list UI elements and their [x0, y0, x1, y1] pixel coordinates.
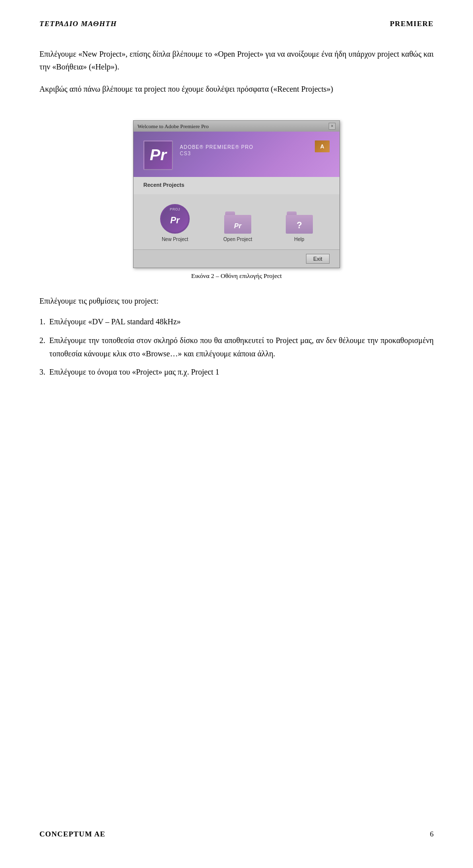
adobe-premiere-window: Welcome to Adobe Premiere Pro × Pr ADOBE… [133, 120, 340, 268]
window-close-button[interactable]: × [329, 123, 336, 130]
step-1: 1. Επιλέγουμε «DV – PAL standard 48kHz» [39, 315, 434, 328]
project-icons-area: PROJ Pr New Project Pr Open [134, 194, 339, 249]
pr-logo-area: Pr ADOBE® PREMIERE® PRO CS3 [143, 140, 253, 170]
intro-paragraph-1: Επιλέγουμε «New Project», επίσης δίπλα β… [39, 48, 434, 73]
help-question-mark: ? [297, 220, 302, 231]
new-project-item[interactable]: PROJ Pr New Project [160, 204, 190, 242]
pr-product-label-version: CS3 [180, 151, 253, 156]
window-titlebar: Welcome to Adobe Premiere Pro × [134, 121, 339, 132]
help-folder-icon: ? [286, 211, 313, 234]
open-project-item[interactable]: Pr Open Project [223, 211, 252, 242]
intro-paragraph-2: Ακριβώς από πάνω βλέπουμε τα project που… [39, 83, 434, 96]
adobe-logo-symbol: A [320, 143, 324, 149]
close-icon: × [331, 123, 334, 129]
window-title-text: Welcome to Adobe Premiere Pro [137, 123, 209, 129]
exit-button[interactable]: Exit [306, 254, 330, 264]
step-3: 3. Επιλέγουμε το όνομα του «Project» μας… [39, 365, 434, 379]
page-spacer [39, 383, 434, 581]
window-header-band: Pr ADOBE® PREMIERE® PRO CS3 A [134, 132, 339, 177]
screenshot-caption: Εικόνα 2 – Οθόνη επιλογής Project [191, 272, 282, 280]
adobe-logo-area: A [315, 140, 330, 152]
help-folder-body: ? [286, 215, 313, 234]
steps-heading: Επιλέγουμε τις ρυθμίσεις του project: [39, 295, 434, 308]
step-1-number: 1. [39, 315, 45, 328]
header-right-title: PREMIERE [390, 20, 434, 28]
adobe-logo-box: A [315, 140, 330, 152]
header-left-title: ΤΕΤΡΑΔΙΟ ΜΑΘΗΤΗ [39, 20, 117, 28]
new-project-pr-text: Pr [170, 215, 180, 226]
page-header: ΤΕΤΡΑΔΙΟ ΜΑΘΗΤΗ PREMIERE [39, 20, 434, 28]
step-2-number: 2. [39, 334, 45, 347]
pr-logo-box: Pr [143, 140, 173, 170]
pr-product-label-top: ADOBE® PREMIERE® PRO [180, 144, 253, 150]
new-project-circle-icon: PROJ Pr [160, 204, 190, 234]
proj-label: PROJ [170, 208, 180, 211]
step-1-text: Επιλέγουμε «DV – PAL standard 48kHz» [49, 317, 181, 326]
folder-body: Pr [224, 215, 251, 234]
main-content: Επιλέγουμε «New Project», επίσης δίπλα β… [39, 48, 434, 815]
step-3-text: Επιλέγουμε το όνομα του «Project» μας π.… [49, 368, 219, 376]
folder-pr-text: Pr [234, 222, 241, 230]
help-label: Help [294, 237, 304, 242]
footer-page-number: 6 [430, 830, 434, 838]
step-2: 2. Επιλέγουμε την τοποθεσία στον σκληρό … [39, 334, 434, 360]
page-container: ΤΕΤΡΑΔΙΟ ΜΑΘΗΤΗ PREMIERE Επιλέγουμε «New… [0, 0, 473, 868]
page-footer: CONCEPTUM AE 6 [39, 815, 434, 838]
step-2-text: Επιλέγουμε την τοποθεσία στον σκληρό δίσ… [49, 336, 434, 358]
pr-title-area: ADOBE® PREMIERE® PRO CS3 [180, 140, 253, 156]
step-3-number: 3. [39, 365, 45, 379]
new-project-label: New Project [162, 237, 188, 242]
footer-company: CONCEPTUM AE [39, 830, 105, 838]
open-project-label: Open Project [223, 237, 252, 242]
pr-logo-symbol: Pr [150, 146, 167, 164]
recent-projects-area: Recent Projects [134, 177, 339, 194]
screenshot-container: Welcome to Adobe Premiere Pro × Pr ADOBE… [133, 120, 340, 280]
window-footer: Exit [134, 249, 339, 268]
open-project-folder-icon: Pr [224, 211, 251, 234]
help-item[interactable]: ? Help [286, 211, 313, 242]
recent-projects-label: Recent Projects [143, 182, 330, 188]
steps-list: 1. Επιλέγουμε «DV – PAL standard 48kHz» … [39, 315, 434, 383]
